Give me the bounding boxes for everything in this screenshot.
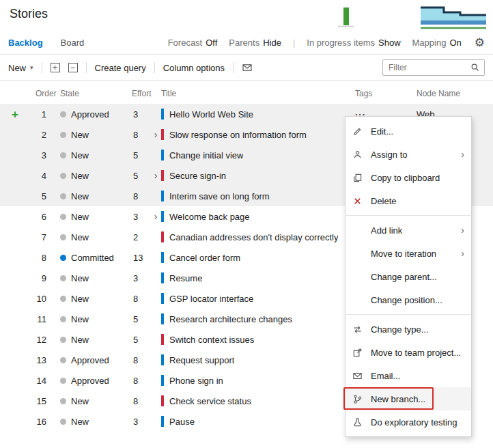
effort-cell: 3 [128,273,150,283]
order-cell: 1 [30,109,46,120]
title-cell[interactable]: Check service status [150,395,355,406]
state-dot-icon [60,398,66,404]
title-cell[interactable]: Request support [150,354,355,365]
expand-chevron-icon[interactable]: › [150,211,161,222]
order-cell: 13 [30,355,46,365]
work-item-type-bar [161,191,164,201]
forecast-toggle[interactable]: Forecast Off [168,38,218,48]
cumulative-flow-chart-thumbnail[interactable] [421,2,486,31]
menu-item-assign-to[interactable]: Assign to› [346,143,471,166]
work-item-type-bar [161,150,164,160]
state-cell: New [46,396,128,406]
menu-item-new-branch[interactable]: New branch... [346,387,471,410]
title-cell[interactable]: Resume [150,272,355,283]
column-header-node-name[interactable]: Node Name [417,89,493,98]
tab-board[interactable]: Board [61,38,85,48]
work-item-type-bar [161,252,164,263]
title-cell[interactable]: ›Slow response on information form [150,129,355,140]
toolbar-divider [86,62,87,73]
state-dot-icon [60,275,66,281]
command-bar: New ▾ + − Create query Column options [0,55,493,81]
menu-item-email[interactable]: Email... [346,364,471,387]
effort-cell: 8 [128,191,150,201]
column-header-tags[interactable]: Tags [355,89,417,98]
order-cell: 2 [30,130,46,140]
menu-item-delete[interactable]: Delete [346,189,471,212]
collapse-all-icon[interactable]: − [68,63,78,72]
state-cell: New [46,212,128,222]
branch-icon [352,394,365,404]
title-cell[interactable]: Cancel order form [150,252,355,263]
state-dot-icon [60,419,66,425]
column-header-title[interactable]: Title [161,89,355,98]
column-header-effort[interactable]: Effort [132,89,161,98]
menu-item-move-to-iteration[interactable]: Move to iteration› [346,242,471,265]
effort-cell: 3 [128,109,150,120]
title-cell[interactable]: GSP locator interface [150,293,355,304]
title-cell[interactable]: Phone sign in [150,375,355,386]
order-cell: 5 [30,191,46,201]
expand-all-icon[interactable]: + [51,63,60,72]
toolbar-divider [233,62,234,73]
title-cell[interactable]: Pause [150,416,355,427]
new-button[interactable]: New ▾ [8,63,33,73]
parents-toggle[interactable]: Parents Hide [229,38,281,48]
effort-cell: 8 [128,396,150,406]
menu-separator [346,215,470,216]
view-tab-bar: Backlog Board Forecast Off Parents Hide … [0,31,493,55]
mapping-toggle[interactable]: Mapping On [412,38,462,48]
order-cell: 3 [30,150,46,160]
menu-item-move-to-team-project[interactable]: Move to team project... [346,341,471,364]
state-dot-icon [60,214,66,220]
effort-cell: 8 [128,355,150,365]
order-cell: 10 [30,294,46,304]
state-dot-icon [60,357,66,363]
title-cell[interactable]: ›Secure sign-in [150,170,355,181]
state-dot-icon [60,378,66,384]
state-dot-icon [60,296,66,302]
pencil-icon [352,126,365,137]
in-progress-items-toggle[interactable]: In progress items Show [307,38,400,48]
title-cell[interactable]: Hello World Web Site [150,109,355,120]
filter-input[interactable] [387,62,470,73]
email-query-icon[interactable] [242,62,253,73]
effort-cell: 8 [128,130,150,140]
tab-backlog[interactable]: Backlog [8,38,43,48]
expand-chevron-icon[interactable]: › [150,170,161,181]
menu-item-change-type[interactable]: Change type... [346,318,471,341]
add-cell: + [0,109,30,120]
toolbar-divider [42,62,42,73]
menu-item-copy-to-clipboard[interactable]: Copy to clipboard [346,166,471,189]
work-item-type-bar [161,395,164,406]
title-cell[interactable]: ›Welcome back page [150,211,355,222]
work-item-type-bar [161,375,164,386]
title-cell[interactable]: Research architecture changes [150,313,355,324]
order-cell: 9 [30,273,46,283]
menu-item-edit[interactable]: Edit... [346,120,471,143]
add-item-icon[interactable]: + [12,109,18,120]
state-dot-icon [60,132,66,138]
title-cell[interactable]: Switch context issues [150,334,355,345]
page-title: Stories [10,7,48,21]
work-item-type-bar [161,354,164,365]
create-query-button[interactable]: Create query [95,63,146,73]
velocity-chart-thumbnail[interactable] [337,3,355,29]
column-header-order[interactable]: Order [36,89,60,98]
menu-item-change-position[interactable]: Change position... [346,288,471,311]
menu-item-change-parent[interactable]: Change parent... [346,265,471,288]
menu-item-do-exploratory-testing[interactable]: Do exploratory testing [346,410,471,434]
title-cell[interactable]: Interim save on long form [150,191,355,201]
toolbar-divider [154,62,155,73]
submenu-chevron-icon: › [461,225,464,236]
state-cell: New [46,130,128,140]
state-dot-icon [60,111,66,117]
column-options-button[interactable]: Column options [163,63,225,73]
settings-gear-icon[interactable]: ⚙ [475,37,485,48]
menu-item-add-link[interactable]: Add link› [346,219,471,242]
effort-cell: 3 [128,212,150,222]
title-cell[interactable]: Change initial view [150,150,355,160]
expand-chevron-icon[interactable]: › [150,129,161,140]
title-cell[interactable]: Canadian addresses don't display correct… [150,232,355,242]
state-cell: Approved [46,355,128,365]
column-header-state[interactable]: State [60,89,132,98]
